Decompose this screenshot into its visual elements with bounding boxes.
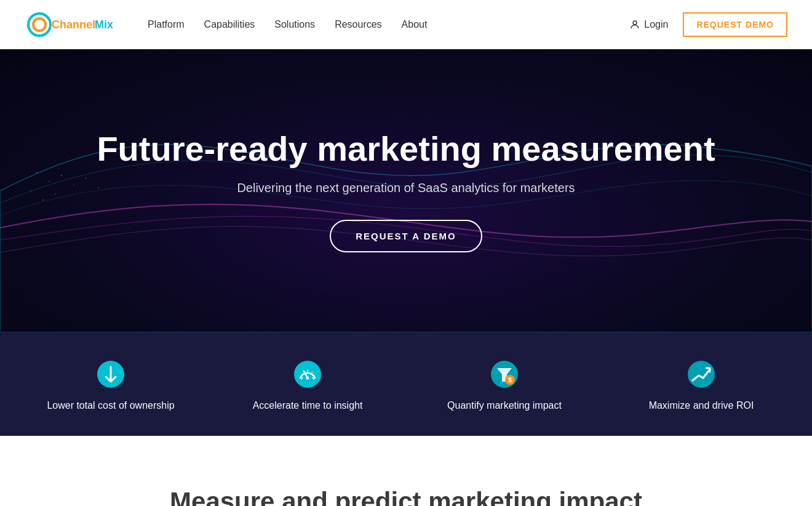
feature-roi: Maximize and drive ROI: [603, 357, 800, 411]
svg-text:Channel: Channel: [52, 18, 95, 31]
feature-impact-label: Quantify marketing impact: [447, 400, 562, 411]
hero-title: Future-ready marketing measurement: [97, 129, 715, 169]
nav-capabilities[interactable]: Capabilities: [204, 19, 255, 30]
header-right: Login REQUEST DEMO: [629, 12, 787, 37]
feature-impact: $ Quantify marketing impact: [406, 357, 603, 411]
request-demo-button[interactable]: REQUEST DEMO: [683, 12, 787, 37]
feature-roi-label: Maximize and drive ROI: [649, 400, 754, 411]
feature-roi-icon: [684, 357, 718, 392]
logo[interactable]: Channel Mix: [25, 10, 123, 39]
main-nav: Platform Capabilities Solutions Resource…: [148, 19, 427, 30]
features-strip: Lower total cost of ownership Accelerate…: [0, 332, 812, 436]
hero-content: Future-ready marketing measurement Deliv…: [84, 129, 727, 252]
feature-cost-label: Lower total cost of ownership: [47, 400, 174, 411]
nav-solutions[interactable]: Solutions: [274, 19, 315, 30]
bottom-section: Measure and predict marketing impact wit…: [0, 436, 812, 506]
feature-impact-icon: $: [487, 357, 522, 392]
hero-cta-button[interactable]: REQUEST A DEMO: [330, 220, 482, 252]
svg-point-8: [73, 184, 74, 185]
login-link[interactable]: Login: [629, 19, 668, 30]
svg-point-17: [306, 377, 309, 380]
user-icon: [629, 19, 640, 30]
svg-point-21: [311, 371, 314, 374]
svg-text:Mix: Mix: [95, 18, 113, 31]
hero-section: Future-ready marketing measurement Deliv…: [0, 49, 812, 332]
nav-platform[interactable]: Platform: [148, 19, 185, 30]
svg-point-4: [633, 21, 637, 25]
svg-point-15: [294, 361, 321, 388]
svg-point-5: [36, 172, 38, 173]
hero-subtitle: Delivering the next generation of SaaS a…: [97, 181, 715, 195]
feature-cost-icon: [94, 357, 128, 392]
svg-point-0: [28, 14, 50, 36]
svg-point-6: [49, 181, 50, 182]
svg-point-11: [30, 190, 31, 191]
svg-point-13: [55, 193, 56, 195]
feature-insight-label: Accelerate time to insight: [253, 400, 363, 411]
svg-point-1: [33, 18, 46, 31]
feature-insight: Accelerate time to insight: [209, 357, 406, 411]
svg-point-12: [42, 199, 44, 201]
feature-cost: Lower total cost of ownership: [12, 357, 209, 411]
nav-about[interactable]: About: [402, 19, 428, 30]
svg-point-7: [61, 175, 62, 176]
svg-point-26: [688, 361, 715, 388]
header-left: Channel Mix Platform Capabilities Soluti…: [25, 10, 427, 39]
svg-text:$: $: [508, 376, 512, 384]
site-header: Channel Mix Platform Capabilities Soluti…: [0, 0, 812, 49]
feature-insight-icon: [290, 357, 325, 392]
nav-resources[interactable]: Resources: [335, 19, 381, 30]
bottom-heading: Measure and predict marketing impact wit…: [141, 485, 671, 506]
login-label: Login: [644, 19, 668, 30]
